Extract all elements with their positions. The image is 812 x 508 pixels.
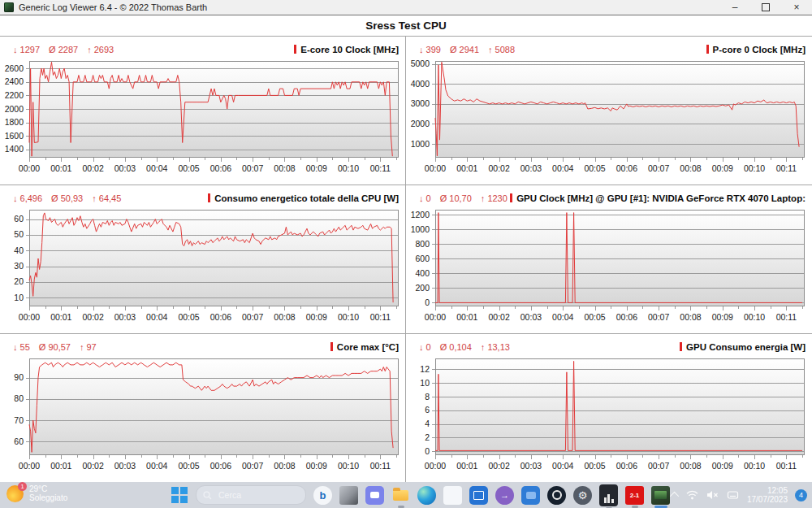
tray-date: 17/07/2023 (747, 495, 788, 504)
search-icon (203, 491, 212, 500)
svg-text:00:01: 00:01 (456, 312, 477, 322)
chart-plot[interactable]: 6070809000:0000:0100:0200:0300:0400:0500… (2, 354, 403, 476)
svg-text:80: 80 (14, 393, 24, 403)
microsoft-store-icon[interactable] (443, 486, 462, 505)
coretemp-icon[interactable]: 2-1 (625, 486, 644, 505)
notification-badge[interactable]: 4 (795, 489, 807, 501)
svg-text:00:11: 00:11 (776, 312, 797, 322)
hwinfo-icon[interactable] (599, 484, 618, 506)
chart-plot[interactable]: 02004006008001000120000:0000:0100:0200:0… (408, 206, 809, 328)
maximize-button[interactable] (750, 0, 781, 15)
svg-text:00:01: 00:01 (50, 163, 71, 173)
stat-avg: Ø 2941 (450, 45, 479, 54)
edge-browser-icon[interactable] (417, 486, 436, 505)
svg-text:5000: 5000 (411, 59, 430, 68)
taskbar: 1 29°C Soleggiato b → ⚙ 2-1 (0, 482, 812, 508)
log-viewer-app-icon[interactable] (651, 486, 670, 505)
svg-text:800: 800 (415, 239, 430, 249)
chart-title: Core max [°C] (330, 342, 399, 352)
chevron-up-icon[interactable] (670, 492, 679, 501)
svg-text:00:05: 00:05 (178, 312, 199, 322)
panel-cpu-power: ↓ 6,496 Ø 50,93 ↑ 64,45 Consumo energeti… (0, 185, 406, 334)
svg-text:00:08: 00:08 (680, 163, 701, 173)
stat-max: ↑ 64,45 (92, 193, 121, 203)
search-input[interactable] (217, 489, 285, 501)
svg-text:00:04: 00:04 (146, 312, 167, 322)
settings-gear-icon[interactable]: ⚙ (573, 486, 592, 505)
svg-text:00:00: 00:00 (19, 312, 40, 322)
title-bar[interactable]: Generic Log Viewer 6.4 - © 2022 Thomas B… (0, 0, 812, 15)
bing-icon[interactable]: b (313, 486, 332, 505)
svg-text:00:07: 00:07 (648, 163, 669, 173)
svg-text:00:05: 00:05 (178, 163, 199, 173)
series-color-icon (330, 342, 333, 351)
svg-text:00:08: 00:08 (274, 461, 295, 471)
svg-text:00:09: 00:09 (306, 312, 327, 322)
volume-muted-icon[interactable] (706, 488, 719, 501)
stat-max: ↑ 5088 (488, 45, 515, 54)
chart-title: P-core 0 Clock [MHz] (706, 45, 806, 54)
window-title: Generic Log Viewer 6.4 - © 2022 Thomas B… (19, 2, 207, 12)
svg-text:00:10: 00:10 (338, 163, 359, 173)
chart-stats: ↓ 6,496 Ø 50,93 ↑ 64,45 (13, 193, 121, 203)
tray-time: 12:05 (767, 486, 788, 495)
desktop-app-icon[interactable] (339, 486, 358, 505)
chart-plot[interactable]: 140016001800200022002400260000:0000:0100… (2, 57, 403, 179)
svg-text:00:04: 00:04 (552, 312, 573, 322)
chat-icon[interactable] (365, 486, 384, 505)
chart-title: E-core 10 Clock [MHz] (294, 45, 399, 54)
svg-text:00:02: 00:02 (82, 312, 103, 322)
stat-avg: Ø 90,57 (39, 342, 71, 352)
stat-min: ↓ 0 (419, 342, 431, 352)
stat-avg: Ø 2287 (49, 45, 78, 54)
svg-text:00:02: 00:02 (82, 461, 103, 471)
svg-text:4: 4 (425, 419, 430, 428)
svg-text:00:11: 00:11 (776, 461, 797, 471)
svg-text:8: 8 (425, 392, 430, 402)
svg-text:2000: 2000 (5, 104, 24, 114)
series-color-icon (294, 45, 296, 54)
chart-plot[interactable]: 02468101200:0000:0100:0200:0300:0400:050… (408, 354, 809, 476)
svg-text:200: 200 (415, 283, 430, 293)
svg-text:00:08: 00:08 (274, 312, 295, 322)
svg-text:00:06: 00:06 (616, 461, 637, 471)
maximize-icon (762, 3, 770, 11)
svg-text:50: 50 (14, 229, 24, 239)
panel-pcore-clock: ↓ 399 Ø 2941 ↑ 5088 P-core 0 Clock [MHz]… (406, 37, 812, 185)
panel-ecore-clock: ↓ 1297 Ø 2287 ↑ 2693 E-core 10 Clock [MH… (0, 37, 406, 185)
svg-text:00:06: 00:06 (210, 461, 231, 471)
search-box[interactable] (196, 485, 306, 505)
svg-text:00:09: 00:09 (712, 461, 733, 471)
steam-icon[interactable] (547, 486, 566, 505)
close-button[interactable]: × (781, 0, 812, 15)
chart-plot[interactable]: 10203040506000:0000:0100:0200:0300:0400:… (2, 206, 403, 328)
stat-min: ↓ 55 (13, 342, 30, 352)
wifi-icon[interactable] (686, 488, 699, 501)
weather-condition: Soleggiato (29, 493, 67, 502)
weather-widget[interactable]: 1 29°C Soleggiato (6, 484, 67, 502)
svg-text:00:02: 00:02 (82, 163, 103, 173)
taskbar-center: b → ⚙ 2-1 (171, 482, 670, 508)
svg-text:1000: 1000 (411, 224, 430, 234)
chart-plot[interactable]: 1000200030004000500000:0000:0100:0200:03… (408, 57, 809, 179)
chart-stats: ↓ 55 Ø 90,57 ↑ 97 (13, 342, 97, 352)
series-color-icon (706, 45, 709, 54)
svg-text:00:02: 00:02 (488, 461, 509, 471)
minimize-button[interactable]: – (719, 0, 750, 15)
svg-text:10: 10 (14, 293, 24, 302)
touch-indicator-icon[interactable] (727, 488, 740, 501)
app-icon (4, 2, 14, 12)
powertoys-icon[interactable]: → (495, 486, 514, 505)
start-button[interactable] (171, 486, 188, 504)
window-app-icon[interactable] (469, 486, 488, 505)
file-explorer-icon[interactable] (391, 486, 410, 505)
chart-title: Consumo energetico totale della CPU [W] (208, 193, 399, 203)
stat-avg: Ø 50,93 (51, 193, 83, 203)
svg-text:00:10: 00:10 (744, 163, 765, 173)
clock[interactable]: 12:05 17/07/2023 (747, 486, 788, 505)
photos-icon[interactable] (521, 486, 540, 505)
stat-avg: Ø 0,104 (440, 342, 472, 352)
series-color-icon (680, 342, 682, 351)
svg-text:00:00: 00:00 (19, 163, 40, 173)
svg-text:1800: 1800 (5, 117, 24, 127)
